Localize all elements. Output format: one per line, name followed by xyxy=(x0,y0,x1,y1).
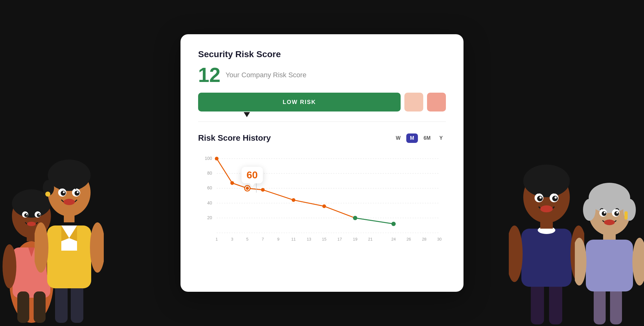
svg-rect-55 xyxy=(586,240,633,291)
svg-point-100 xyxy=(261,188,265,192)
svg-point-34 xyxy=(45,192,50,197)
svg-point-102 xyxy=(322,204,326,208)
svg-point-101 xyxy=(291,198,295,202)
svg-text:11: 11 xyxy=(291,237,296,242)
svg-point-65 xyxy=(604,212,606,214)
svg-point-104 xyxy=(391,222,396,226)
svg-point-46 xyxy=(537,196,543,201)
svg-rect-68 xyxy=(625,211,628,220)
svg-point-70 xyxy=(632,238,644,285)
divider xyxy=(198,122,446,122)
svg-text:60: 60 xyxy=(207,186,212,190)
svg-point-50 xyxy=(540,205,553,212)
svg-text:40: 40 xyxy=(207,201,212,205)
risk-level-text: LOW RISK xyxy=(283,99,316,106)
svg-point-106 xyxy=(246,187,249,190)
score-number: 12 xyxy=(198,65,220,85)
svg-text:5: 5 xyxy=(246,237,248,242)
characters-left xyxy=(0,100,119,326)
filter-M[interactable]: M xyxy=(406,133,418,143)
triangle-marker xyxy=(244,112,250,117)
svg-text:1: 1 xyxy=(216,237,218,242)
characters-right xyxy=(518,100,644,326)
svg-point-59 xyxy=(583,199,596,221)
tooltip-tail xyxy=(250,183,255,187)
character-yellow-left xyxy=(35,112,104,326)
risk-swatch-high[interactable] xyxy=(427,93,446,111)
chart-svg: 100 80 60 40 20 1 3 5 7 9 11 13 15 17 19… xyxy=(198,152,446,246)
score-row: 12 Your Company Risk Score xyxy=(198,65,446,85)
svg-point-10 xyxy=(26,214,27,215)
svg-point-36 xyxy=(90,222,104,273)
svg-point-13 xyxy=(3,244,16,288)
filter-6M[interactable]: 6M xyxy=(420,133,434,143)
svg-text:17: 17 xyxy=(337,237,342,242)
risk-bar-green[interactable]: LOW RISK xyxy=(198,93,401,111)
svg-point-63 xyxy=(602,211,607,216)
svg-text:28: 28 xyxy=(422,237,426,242)
svg-point-98 xyxy=(230,181,234,185)
svg-point-103 xyxy=(353,216,358,220)
svg-point-51 xyxy=(509,225,523,282)
history-title: Risk Score History xyxy=(198,133,271,143)
svg-point-67 xyxy=(604,220,615,225)
svg-text:9: 9 xyxy=(277,237,280,242)
svg-point-32 xyxy=(77,191,79,193)
svg-text:19: 19 xyxy=(353,237,357,242)
svg-point-8 xyxy=(24,213,28,217)
section-title: Security Risk Score xyxy=(198,49,446,59)
svg-point-97 xyxy=(215,157,219,160)
svg-text:15: 15 xyxy=(322,237,326,242)
svg-point-48 xyxy=(540,197,542,199)
history-header: Risk Score History W M 6M Y xyxy=(198,133,446,143)
svg-rect-39 xyxy=(521,229,572,287)
main-card: Security Risk Score 12 Your Company Risk… xyxy=(180,34,464,292)
svg-point-33 xyxy=(64,199,75,205)
svg-point-66 xyxy=(616,212,618,214)
svg-text:20: 20 xyxy=(207,215,212,220)
svg-text:3: 3 xyxy=(231,237,233,242)
svg-point-47 xyxy=(552,196,558,201)
filter-W[interactable]: W xyxy=(393,133,404,143)
svg-text:26: 26 xyxy=(407,237,411,242)
time-filters: W M 6M Y xyxy=(393,133,446,143)
svg-point-25 xyxy=(48,160,91,191)
score-label: Your Company Risk Score xyxy=(225,71,306,79)
svg-point-69 xyxy=(575,238,586,285)
svg-text:100: 100 xyxy=(205,156,212,161)
risk-bar-row: LOW RISK xyxy=(198,93,446,111)
svg-point-31 xyxy=(63,191,65,193)
svg-point-35 xyxy=(35,222,48,273)
svg-text:13: 13 xyxy=(307,237,311,242)
svg-text:30: 30 xyxy=(437,237,441,242)
svg-point-29 xyxy=(61,191,66,196)
tooltip-bubble: 60 xyxy=(242,167,263,183)
svg-text:7: 7 xyxy=(262,237,264,242)
svg-point-49 xyxy=(555,197,557,199)
svg-text:80: 80 xyxy=(207,171,212,176)
svg-rect-15 xyxy=(17,291,29,323)
filter-Y[interactable]: Y xyxy=(436,133,446,143)
character-dark-right xyxy=(509,122,584,326)
svg-point-64 xyxy=(614,211,619,216)
tooltip-value: 60 xyxy=(247,169,258,181)
svg-point-30 xyxy=(75,191,80,196)
svg-text:24: 24 xyxy=(391,237,396,242)
character-grey-right xyxy=(575,144,644,326)
svg-point-43 xyxy=(523,165,570,197)
risk-swatch-medium[interactable] xyxy=(404,93,423,111)
chart-area: 60 100 80 60 40 20 1 xyxy=(198,152,446,258)
scene: Security Risk Score 12 Your Company Risk… xyxy=(0,0,644,326)
svg-text:21: 21 xyxy=(368,237,373,242)
